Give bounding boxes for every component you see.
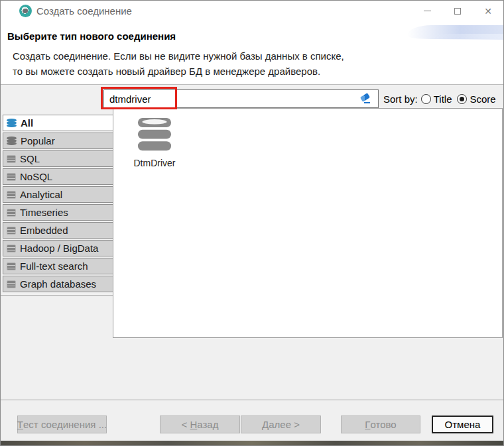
category-gray-icon — [7, 173, 16, 181]
sort-option-label: Title — [434, 93, 452, 105]
sidebar-item-graph-databases[interactable]: Graph databases — [3, 276, 113, 292]
sort-radio-score[interactable]: Score — [457, 93, 495, 105]
category-gray-icon — [7, 245, 16, 252]
sidebar-item-popular[interactable]: Popular — [3, 133, 113, 149]
sort-radio-title[interactable]: Title — [421, 93, 452, 105]
sidebar-item-all[interactable]: All — [3, 115, 113, 131]
category-gray-icon — [7, 191, 16, 199]
sort-by-label: Sort by: — [383, 93, 418, 105]
sidebar-item-fulltext-search[interactable]: Full-text search — [3, 258, 113, 274]
sidebar-item-analytical[interactable]: Analytical — [3, 186, 113, 203]
page-title: Выберите тип нового соединения — [7, 30, 176, 42]
clear-search-button[interactable] — [359, 92, 373, 105]
radio-icon — [421, 94, 431, 104]
desktop-edge — [1, 441, 503, 445]
db-stack-blue-icon — [7, 119, 17, 128]
eraser-icon-underline — [364, 102, 370, 103]
back-button[interactable]: < Назад — [160, 416, 240, 433]
category-sidebar: All Popular SQL NoSQL Analytical Timeser… — [3, 115, 113, 294]
category-gray-icon — [7, 155, 16, 163]
titlebar[interactable]: Создать соединение ✕ — [1, 1, 503, 22]
sidebar-item-nosql[interactable]: NoSQL — [3, 168, 113, 185]
maximize-button[interactable] — [442, 1, 473, 21]
close-button[interactable]: ✕ — [473, 1, 503, 21]
sort-controls: Sort by: Title Score — [383, 89, 501, 108]
dbeaver-logo-icon — [19, 5, 32, 17]
maximize-icon — [454, 8, 461, 15]
next-button[interactable]: Далее > — [241, 416, 321, 433]
category-gray-icon — [7, 227, 16, 235]
category-gray-icon — [7, 262, 16, 270]
sidebar-item-timeseries[interactable]: Timeseries — [3, 204, 113, 221]
test-button[interactable]: Тест соединения ... — [17, 416, 107, 433]
create-connection-dialog: Создать соединение ✕ Выберите тип нового… — [0, 0, 504, 446]
header-decoration-2 — [430, 34, 503, 40]
header-separator — [1, 84, 503, 85]
database-icon — [136, 118, 173, 152]
page-description: Создать соединение. Если вы не видите ну… — [13, 48, 344, 79]
radio-icon — [457, 94, 467, 104]
wizard-header: Выберите тип нового соединения Создать с… — [1, 22, 503, 84]
cancel-button[interactable]: Отмена — [432, 416, 493, 433]
driver-tile-dtmdriver[interactable]: DtmDriver — [121, 118, 188, 168]
sidebar-bottom-line — [1, 295, 113, 296]
page-description-line2: то вы можете создать новый драйвер БД в … — [13, 64, 344, 79]
driver-list-panel: DtmDriver — [113, 108, 503, 338]
driver-label: DtmDriver — [121, 158, 188, 168]
finish-button[interactable]: Готово — [341, 416, 420, 433]
close-icon: ✕ — [484, 7, 492, 16]
category-gray-icon — [7, 280, 16, 288]
sidebar-item-sql[interactable]: SQL — [3, 150, 113, 167]
db-stack-gray-icon — [7, 137, 17, 146]
footer-separator — [1, 400, 503, 400]
driver-search-input[interactable] — [103, 89, 379, 108]
minimize-button[interactable] — [412, 1, 442, 21]
window-title: Создать соединение — [36, 5, 132, 17]
sidebar-item-hadoop-bigdata[interactable]: Hadoop / BigData — [3, 240, 113, 256]
category-gray-icon — [7, 209, 16, 217]
sort-option-label: Score — [470, 93, 495, 105]
minimize-icon — [424, 11, 431, 11]
eraser-icon — [360, 93, 370, 102]
sidebar-item-embedded[interactable]: Embedded — [3, 222, 113, 239]
page-description-line1: Создать соединение. Если вы не видите ну… — [13, 48, 344, 64]
window-controls: ✕ — [412, 1, 503, 21]
